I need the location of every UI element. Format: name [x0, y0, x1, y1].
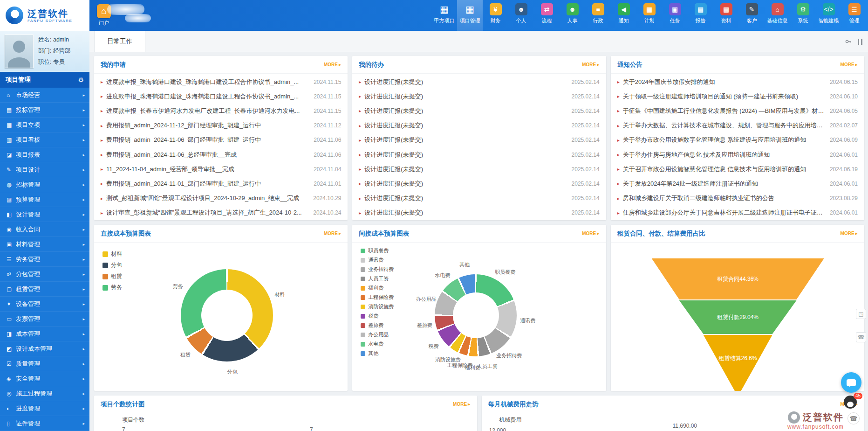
- series-legend[interactable]: 项目个数: [122, 416, 144, 424]
- todo-list-item[interactable]: ▸ 设计进度汇报(未提交) 2025.02.14: [359, 162, 599, 176]
- module-item[interactable]: ▦ 计划: [636, 0, 662, 31]
- more-button[interactable]: MORE▶: [841, 231, 858, 236]
- module-item[interactable]: ▣ 任务: [662, 0, 688, 31]
- legend-item[interactable]: 水电费: [361, 341, 394, 348]
- legend-item[interactable]: 劳务: [103, 284, 122, 292]
- tab-daily-work[interactable]: 日常工作: [94, 31, 145, 52]
- application-list-item[interactable]: ▸ 费用报销_admin_2024-11-06_部门经理审批_胡建_运行中 20…: [101, 133, 341, 147]
- todo-list-item[interactable]: ▸ 设计进度汇报(未提交) 2025.02.14: [359, 75, 599, 89]
- funnel-section[interactable]: 租赁付款29.04%: [652, 300, 824, 334]
- module-item[interactable]: ¥ 财务: [483, 0, 508, 31]
- legend-item[interactable]: 职员餐费: [361, 247, 394, 254]
- collapse-icon[interactable]: [858, 39, 862, 45]
- notice-list-item[interactable]: ▸ 于征集《中国建筑施工行业信息化发展报告 (2024) —BIM应用与发展》材…: [617, 104, 858, 118]
- legend-item[interactable]: 其他: [361, 350, 394, 357]
- module-item[interactable]: ▦ 项目管理: [457, 0, 483, 31]
- module-item[interactable]: ▦ 甲方项目: [431, 0, 457, 31]
- more-button[interactable]: MORE▶: [324, 62, 341, 67]
- legend-item[interactable]: 业务招待费: [361, 266, 394, 273]
- legend-item[interactable]: 消防设施费: [361, 303, 394, 310]
- sidebar-menu-item[interactable]: ▦ 项目立项 ▸: [0, 118, 89, 132]
- todo-list-item[interactable]: ▸ 设计进度汇报(未提交) 2025.02.14: [359, 133, 599, 147]
- sidebar-menu-item[interactable]: ✎ 项目设计 ▸: [0, 162, 89, 177]
- more-button[interactable]: MORE▶: [582, 231, 599, 236]
- notice-list-item[interactable]: ▸ 关于举办大数据、云计算技术在城市建设、规划、管理与服务中的应用培训班... …: [617, 118, 858, 133]
- legend-item[interactable]: 工程保险费: [361, 294, 394, 301]
- series-legend[interactable]: 机械费用: [499, 416, 522, 424]
- notice-list-item[interactable]: ▸ 关于领取一级注册建造师培训项目的通知 (须持一建证书前来领取) 2024.0…: [617, 89, 858, 104]
- module-item[interactable]: ▤ 报告: [688, 0, 713, 31]
- funnel-section[interactable]: 租赁合同44.36%: [652, 258, 824, 299]
- sidebar-menu-item[interactable]: ◐ 进度管理 ▸: [0, 401, 89, 416]
- todo-list-item[interactable]: ▸ 设计进度汇报(未提交) 2025.02.14: [359, 176, 599, 191]
- sidebar-menu-item[interactable]: ▨ 预算管理 ▸: [0, 192, 89, 207]
- todo-list-item[interactable]: ▸ 设计进度汇报(未提交) 2025.02.14: [359, 89, 599, 104]
- sidebar-menu-item[interactable]: ◨ 成本管理 ▸: [0, 327, 89, 341]
- application-list-item[interactable]: ▸ 进度款申报_长春市伊通河水力发电厂改建工程_长春市伊通河水力发电... 20…: [101, 104, 341, 118]
- module-item[interactable]: </> 智能建模: [816, 0, 841, 31]
- legend-item[interactable]: 通讯费: [361, 257, 394, 264]
- module-item[interactable]: ✎ 客户: [739, 0, 765, 31]
- sidebar-menu-item[interactable]: ◍ 招标管理 ▸: [0, 177, 89, 192]
- notice-list-item[interactable]: ▸ 关于召开市政公用设施智慧化管理信息 信息技术与应用培训班的通知 2024.0…: [617, 162, 858, 176]
- key-icon[interactable]: [845, 38, 852, 45]
- todo-list-item[interactable]: ▸ 设计进度汇报(未提交) 2025.02.14: [359, 104, 599, 118]
- application-list-item[interactable]: ▸ 费用报销_admin_2024-11-06_总经理审批__完成 2024.1…: [101, 147, 341, 162]
- module-item[interactable]: ⌂ 基础信息: [765, 0, 790, 31]
- sidebar-menu-item[interactable]: ⌂ 市场经营 ▸: [0, 88, 89, 103]
- legend-item[interactable]: 人员工资: [361, 275, 394, 282]
- module-item[interactable]: ☻ 人事: [560, 0, 585, 31]
- sidebar-menu-item[interactable]: ☑ 质量管理 ▸: [0, 356, 89, 371]
- module-item[interactable]: ≡ 行政: [585, 0, 611, 31]
- portal-button[interactable]: ⌂ 门户: [97, 0, 111, 31]
- sidebar-menu-item[interactable]: ◈ 安全管理 ▸: [0, 371, 89, 386]
- notice-list-item[interactable]: ▸ 关于2024年国庆节放假安排的通知 2024.06.15: [617, 75, 858, 89]
- application-list-item[interactable]: ▸ 测试_彭祖新城“四馆”景观工程设计项目_2024-10-29_admin_结…: [101, 191, 341, 206]
- sidebar-menu-item[interactable]: ▤ 投标管理 ▸: [0, 103, 89, 118]
- legend-item[interactable]: 分包: [103, 261, 122, 269]
- legend-item[interactable]: 税费: [361, 313, 394, 320]
- notice-list-item[interactable]: ▸ 房和城乡建设厅关于取消二级建造师临时执业证书的公告 2023.08.29: [617, 191, 858, 206]
- module-item[interactable]: ◀ 通知: [611, 0, 636, 31]
- notice-list-item[interactable]: ▸ 关于发放2024年第24批一级建造师注册证书的通知 2024.06.01: [617, 176, 858, 191]
- sidebar-menu-item[interactable]: ◩ 设计成本管理 ▸: [0, 341, 89, 356]
- todo-list-item[interactable]: ▸ 设计进度汇报(未提交) 2025.02.14: [359, 206, 599, 220]
- more-button[interactable]: MORE▶: [324, 231, 341, 236]
- sidebar-menu-item[interactable]: ▥ 项目看板 ▸: [0, 132, 89, 147]
- more-button[interactable]: MORE▶: [453, 402, 470, 407]
- sidebar-menu-item[interactable]: ▢ 租赁管理 ▸: [0, 282, 89, 297]
- funnel-section[interactable]: 租赁结算26.6%: [652, 335, 824, 391]
- notice-list-item[interactable]: ▸ 关于举办市政公用设施数字化管理信息 系统建设与应用培训班的通知 2024.0…: [617, 133, 858, 147]
- chat-button[interactable]: [841, 372, 861, 393]
- more-button[interactable]: MORE▶: [841, 62, 858, 67]
- application-list-item[interactable]: ▸ 费用报销_admin_2024-11-01_部门经理审批_胡建_运行中 20…: [101, 176, 341, 191]
- todo-list-item[interactable]: ▸ 设计进度汇报(未提交) 2025.02.14: [359, 118, 599, 133]
- legend-item[interactable]: 办公用品: [361, 331, 394, 338]
- phone-contact-button[interactable]: ☎: [847, 412, 860, 424]
- notice-list-item[interactable]: ▸ 住房和城乡建设部办公厅关于同意吉林省开展二级建造师注册证书电子证书试点...…: [617, 206, 858, 220]
- sidebar-menu-item[interactable]: ◪ 项目报表 ▸: [0, 147, 89, 162]
- sidebar-menu-item[interactable]: ▯ 证件管理 ▸: [0, 416, 89, 431]
- application-list-item[interactable]: ▸ 进度款申报_珠海鹤港口建设_珠海鹤港口建设工程合作协议书_admin_...…: [101, 75, 341, 89]
- shortcut-phone-icon[interactable]: ☎: [856, 332, 866, 342]
- sidebar-menu-item[interactable]: x² 分包管理 ▸: [0, 267, 89, 282]
- sidebar-menu-item[interactable]: ▣ 材料管理 ▸: [0, 237, 89, 252]
- sidebar-menu-item[interactable]: ☰ 劳务管理 ▸: [0, 252, 89, 267]
- sidebar-menu-item[interactable]: ✦ 设备管理 ▸: [0, 297, 89, 312]
- todo-list-item[interactable]: ▸ 设计进度汇报(未提交) 2025.02.14: [359, 147, 599, 162]
- module-item[interactable]: ▤ 资料: [713, 0, 739, 31]
- legend-item[interactable]: 材料: [103, 250, 122, 258]
- notice-list-item[interactable]: ▸ 关于举办住房与房地产信息化 技术及应用培训班的通知 2024.06.01: [617, 147, 858, 162]
- module-item[interactable]: ⇄ 流程: [534, 0, 560, 31]
- application-list-item[interactable]: ▸ 设计审查_彭祖新城“四馆”景观工程设计项目_请选择_胡广生_2024-10-…: [101, 206, 341, 220]
- legend-item[interactable]: 福利费: [361, 285, 394, 292]
- sidebar-menu-item[interactable]: ▭ 发票管理 ▸: [0, 312, 89, 327]
- application-list-item[interactable]: ▸ 11_2024-11-04_admin_经营部_领导审批__完成 2024.…: [101, 162, 341, 176]
- module-item[interactable]: ☻ 个人: [508, 0, 534, 31]
- legend-item[interactable]: 差旅费: [361, 322, 394, 329]
- sidebar-menu-item[interactable]: ◉ 收入合同 ▸: [0, 222, 89, 237]
- sidebar-menu-item[interactable]: ◧ 设计管理 ▸: [0, 207, 89, 222]
- module-item[interactable]: ⚙ 系统: [790, 0, 816, 31]
- shortcut-qr-icon[interactable]: ◳: [856, 309, 866, 319]
- module-item[interactable]: ☰ 管理: [841, 0, 867, 31]
